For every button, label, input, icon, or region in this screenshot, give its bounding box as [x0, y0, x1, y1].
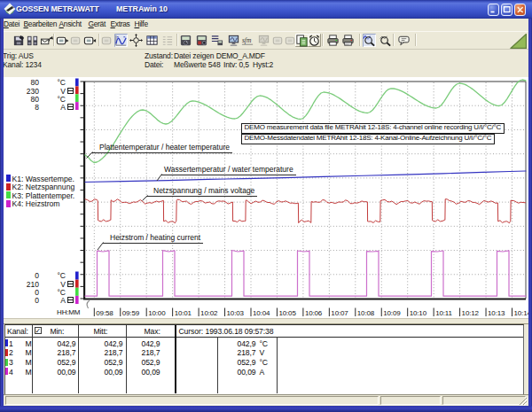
table-cell-max: 218,7	[121, 348, 160, 357]
table-cell-max: 00,09	[121, 368, 160, 377]
table-cell-mode: M	[26, 348, 32, 357]
table-header-min: Min:	[51, 327, 65, 336]
table-cell-min: 218,7	[37, 348, 76, 357]
table-column-line-cursor	[175, 325, 176, 393]
table-column-line	[78, 325, 79, 393]
x-axis-ticks	[94, 308, 512, 317]
channel-range-bar-k1	[75, 272, 79, 280]
table-cell-channel: 3	[9, 358, 13, 367]
channel-range-bar-k2	[75, 86, 79, 94]
table-header-max: Max:	[145, 327, 160, 336]
table-cell-channel: 2	[9, 348, 13, 357]
table-cell-cursor: 042,9	[219, 339, 256, 348]
channel-range-bar-k3	[75, 288, 79, 296]
status-bar-panel-2	[380, 396, 441, 405]
table-cell-mode: M	[26, 339, 32, 348]
table-header-mitt: Mitt:	[94, 327, 108, 336]
table-cell-cursor: 218,7	[219, 348, 256, 357]
window-border-bottom	[0, 406, 532, 412]
window-border-right	[528, 19, 532, 412]
channel-range-bar-k2	[75, 280, 79, 288]
table-cell-cursor: 052,9	[219, 358, 256, 367]
callout-leader-line	[98, 243, 104, 251]
channel-range-bar-k4	[75, 296, 79, 304]
table-cell-mitt: 042,9	[84, 339, 123, 348]
curve-k2-netzspannung	[85, 199, 526, 223]
chart-table-splitter[interactable]	[4, 318, 528, 325]
plot-axis-bottom	[83, 299, 526, 300]
table-column-line	[32, 325, 33, 393]
resize-grip[interactable]	[519, 397, 528, 406]
table-cell-min: 00,09	[37, 368, 76, 377]
channel-range-bar-k4	[75, 102, 79, 110]
callout-leader-line	[87, 152, 93, 159]
table-cell-unit: V	[260, 348, 265, 357]
table-cell-mitt: 218,7	[84, 348, 123, 357]
table-cell-max: 042,9	[121, 339, 160, 348]
table-cell-min: 042,9	[37, 339, 76, 348]
table-cell-mode: M	[26, 358, 32, 367]
table-header-cursor-time: 1993.06.18 09:57:38	[206, 327, 274, 336]
table-cell-max: 052,9	[121, 358, 160, 367]
table-cell-channel: 4	[9, 368, 13, 377]
table-row-bar-k4	[5, 368, 8, 375]
table-cell-unit: °C	[260, 358, 268, 367]
channel-range-bar-k1	[75, 79, 79, 87]
table-cell-unit: A	[260, 368, 265, 377]
plot-axis-left	[83, 82, 85, 300]
channel-range-bar-k3	[75, 94, 79, 102]
status-bar-panel-1	[5, 396, 379, 405]
table-cell-channel: 1	[9, 339, 13, 348]
status-bar	[4, 394, 528, 406]
table-header-underline	[5, 337, 523, 338]
table-row-bar-k2	[5, 349, 8, 356]
table-row-bar-k3	[5, 359, 8, 366]
table-cell-unit: °C	[260, 339, 268, 348]
table-cell-mode: M	[26, 368, 32, 377]
table-cell-mitt: 00,09	[84, 368, 123, 377]
table-header-kanal: Kanal:	[7, 327, 28, 336]
window-border-left	[0, 19, 4, 412]
cursor-mark	[87, 300, 90, 308]
table-row-bar-k1	[5, 339, 8, 346]
table-header-cursor: Cursor:	[179, 327, 203, 336]
app-window: GOSSEN METRAWATT METRAwin 10 DateiBearbe…	[0, 0, 532, 412]
callout-leader-line	[157, 175, 162, 182]
table-cell-mitt: 052,9	[84, 358, 123, 367]
measurement-table: Kanal:✓Min:Mitt:Max:Cursor:1993.06.18 09…	[4, 324, 524, 394]
table-cell-min: 052,9	[37, 358, 76, 367]
table-select-checkbox[interactable]: ✓	[35, 327, 42, 334]
status-bar-panel-3	[442, 396, 526, 405]
table-cell-cursor: 00,09	[219, 368, 256, 377]
table-column-line	[277, 337, 278, 393]
